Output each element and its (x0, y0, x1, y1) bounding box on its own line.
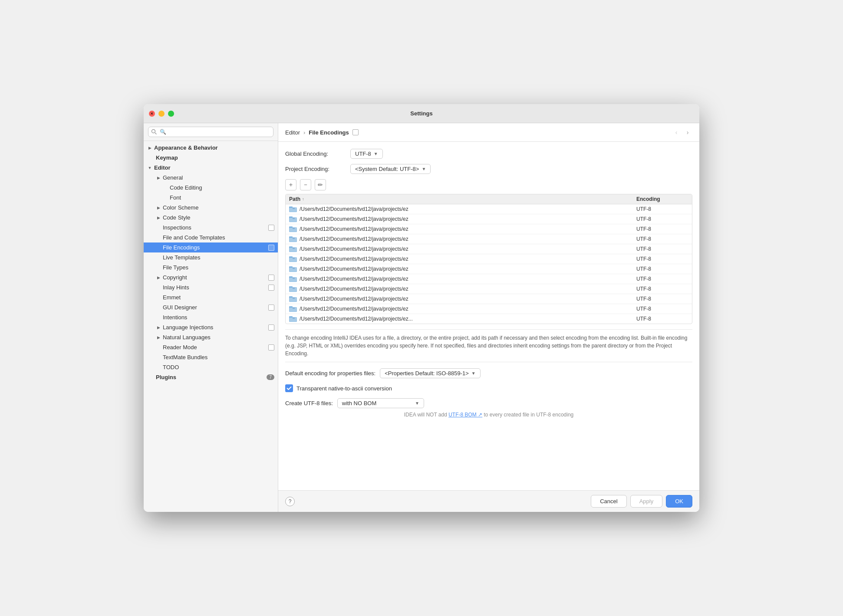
sidebar-item-keymap[interactable]: Keymap (144, 153, 278, 163)
sidebar-item-label: GUI Designer (163, 304, 197, 311)
nav-list: ▶ Appearance & Behavior Keymap ▼ Editor … (144, 141, 278, 512)
sidebar-item-label: Intentions (163, 314, 187, 321)
sidebar-item-label: Font (170, 194, 181, 201)
checkmark-icon (286, 386, 292, 391)
indicator-icon (268, 344, 274, 351)
dropdown-arrow-icon: ▼ (471, 371, 476, 376)
svg-rect-39 (293, 298, 295, 299)
sidebar-item-plugins[interactable]: Plugins 7 (144, 372, 278, 382)
info-text: To change encoding IntelliJ IDEA uses fo… (285, 329, 692, 362)
sidebar-item-color-scheme[interactable]: ▶ Color Scheme (144, 203, 278, 213)
sidebar-item-label: Emmet (163, 294, 181, 301)
table-row[interactable]: /Users/tvd12/Documents/tvd12/java/projec… (286, 244, 692, 254)
utf8-label: Create UTF-8 files: (285, 400, 333, 406)
project-encoding-dropdown[interactable]: <System Default: UTF-8> ▼ (350, 164, 431, 174)
sidebar-item-reader-mode[interactable]: Reader Mode (144, 342, 278, 352)
sidebar-item-label: Keymap (156, 154, 178, 161)
sort-icon: ↑ (302, 197, 304, 201)
sidebar-item-gui-designer[interactable]: GUI Designer (144, 302, 278, 312)
sidebar-item-file-types[interactable]: File Types (144, 262, 278, 272)
sidebar-item-file-code-templates[interactable]: File and Code Templates (144, 233, 278, 242)
sidebar-item-inspections[interactable]: Inspections (144, 223, 278, 233)
footer: ? Cancel Apply OK (278, 490, 699, 512)
sidebar-item-file-encodings[interactable]: File Encodings (144, 242, 278, 252)
utf8-note-prefix: IDEA will NOT add (404, 412, 448, 418)
sidebar-item-inlay-hints[interactable]: Inlay Hints (144, 282, 278, 292)
global-encoding-label: Global Encoding: (285, 151, 346, 157)
sidebar-item-label: Natural Languages (163, 334, 211, 341)
sidebar-item-label: Editor (154, 164, 171, 171)
svg-rect-7 (293, 218, 295, 219)
edit-button[interactable]: ✏ (315, 179, 326, 190)
sidebar-item-label: Language Injections (163, 324, 213, 331)
chevron-right-icon: ▶ (156, 205, 161, 210)
sidebar-item-general[interactable]: ▶ General (144, 173, 278, 183)
transparent-conversion-checkbox[interactable] (285, 384, 293, 392)
sidebar-item-editor[interactable]: ▼ Editor (144, 163, 278, 173)
folder-icon (289, 276, 297, 282)
transparent-conversion-row: Transparent native-to-ascii conversion (285, 384, 692, 392)
encoding-column-header: Encoding (636, 196, 688, 202)
add-button[interactable]: ＋ (285, 179, 296, 190)
maximize-button[interactable] (168, 111, 174, 117)
table-row[interactable]: /Users/tvd12/Documents/tvd12/java/projec… (286, 294, 692, 304)
utf8-row: Create UTF-8 files: with NO BOM ▼ (285, 398, 692, 408)
table-row[interactable]: /Users/tvd12/Documents/tvd12/java/projec… (286, 234, 692, 244)
sidebar-item-todo[interactable]: TODO (144, 362, 278, 372)
props-encoding-value: <Properties Default: ISO-8859-1> (385, 370, 469, 377)
table-row[interactable]: /Users/tvd12/Documents/tvd12/java/projec… (286, 204, 692, 214)
sidebar-item-live-templates[interactable]: Live Templates (144, 252, 278, 262)
props-encoding-row: Default encoding for properties files: <… (285, 368, 692, 378)
table-row[interactable]: /Users/tvd12/Documents/tvd12/java/projec… (286, 214, 692, 224)
table-row[interactable]: /Users/tvd12/Documents/tvd12/java/projec… (286, 304, 692, 314)
ok-button[interactable]: OK (666, 495, 692, 508)
sidebar-item-copyright[interactable]: ▶ Copyright (144, 272, 278, 282)
indicator-icon (268, 285, 274, 291)
file-encodings-table: Path ↑ Encoding (285, 194, 692, 324)
apply-button[interactable]: Apply (630, 495, 663, 508)
chevron-right-icon: ▶ (156, 335, 161, 340)
folder-icon (289, 206, 297, 212)
remove-button[interactable]: － (300, 179, 311, 190)
folder-icon (289, 286, 297, 292)
sidebar-item-font[interactable]: Font (144, 193, 278, 203)
sidebar-item-natural-languages[interactable]: ▶ Natural Languages (144, 332, 278, 342)
sidebar-item-label: Inspections (163, 224, 191, 231)
table-row[interactable]: /Users/tvd12/Documents/tvd12/java/projec… (286, 264, 692, 274)
props-encoding-dropdown[interactable]: <Properties Default: ISO-8859-1> ▼ (380, 368, 481, 378)
sidebar-item-emmet[interactable]: Emmet (144, 292, 278, 302)
global-encoding-dropdown[interactable]: UTF-8 ▼ (350, 149, 383, 159)
table-row[interactable]: /Users/tvd12/Documents/tvd12/java/projec… (286, 224, 692, 234)
sidebar-item-textmate-bundles[interactable]: TextMate Bundles (144, 352, 278, 362)
folder-icon (289, 216, 297, 222)
svg-rect-31 (293, 278, 295, 279)
folder-icon (289, 316, 297, 322)
cancel-button[interactable]: Cancel (591, 495, 626, 508)
help-button[interactable]: ? (285, 497, 295, 506)
table-row[interactable]: /Users/tvd12/Documents/tvd12/java/projec… (286, 274, 692, 284)
close-button[interactable]: ✕ (149, 111, 155, 117)
utf8-dropdown[interactable]: with NO BOM ▼ (337, 398, 424, 408)
folder-icon (289, 266, 297, 272)
sidebar-item-code-editing[interactable]: Code Editing (144, 183, 278, 193)
search-input[interactable] (148, 127, 273, 137)
panel-header: Editor › File Encodings ‹ › (278, 123, 699, 142)
dropdown-arrow-icon: ▼ (422, 167, 426, 171)
sidebar-item-code-style[interactable]: ▶ Code Style (144, 213, 278, 223)
sidebar-item-appearance[interactable]: ▶ Appearance & Behavior (144, 143, 278, 153)
utf8-bom-link[interactable]: UTF-8 BOM ↗ (448, 412, 482, 418)
sidebar-item-intentions[interactable]: Intentions (144, 312, 278, 322)
table-row[interactable]: /Users/tvd12/Documents/tvd12/java/projec… (286, 284, 692, 294)
chevron-right-icon: ▶ (156, 215, 161, 220)
sidebar-item-language-injections[interactable]: ▶ Language Injections (144, 322, 278, 332)
minimize-button[interactable] (158, 111, 165, 117)
sidebar-item-label: Appearance & Behavior (154, 144, 218, 151)
table-row[interactable]: /Users/tvd12/Documents/tvd12/java/projec… (286, 254, 692, 264)
back-button[interactable]: ‹ (672, 128, 681, 137)
sidebar-item-label: Inlay Hints (163, 284, 189, 291)
breadcrumb-separator: › (303, 129, 305, 136)
title-bar: ✕ Settings (144, 104, 699, 123)
table-row[interactable]: /Users/tvd12/Documents/tvd12/java/projec… (286, 314, 692, 324)
indicator-icon (268, 305, 274, 311)
forward-button[interactable]: › (683, 128, 692, 137)
